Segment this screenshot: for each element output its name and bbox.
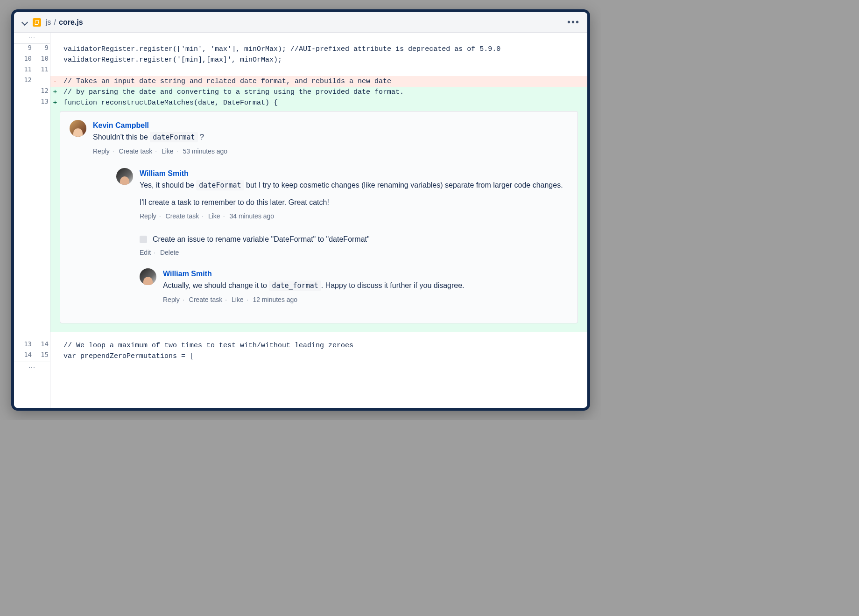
- diff-body: ··· 9910101111121213 13141415 ··· valida…: [14, 33, 587, 408]
- inline-comment-region: Kevin Campbell Shouldn't this be dateFor…: [50, 108, 587, 332]
- reply-link[interactable]: Reply: [140, 212, 156, 220]
- code-line[interactable]: var prependZeroPermutations = [: [50, 351, 587, 362]
- task-delete-link[interactable]: Delete: [160, 249, 179, 256]
- chevron-down-icon[interactable]: [21, 19, 28, 26]
- gutter-row[interactable]: 1010: [14, 55, 50, 65]
- avatar[interactable]: [140, 268, 156, 285]
- comment-text: Shouldn't this be dateFormat ?: [93, 132, 568, 143]
- task-edit-link[interactable]: Edit: [140, 249, 151, 256]
- gutter-row[interactable]: 12: [14, 87, 50, 98]
- expand-context-bottom[interactable]: ···: [14, 362, 50, 373]
- comment: William Smith Yes, it should be dateForm…: [116, 168, 568, 305]
- breadcrumb-folder[interactable]: js: [46, 18, 51, 27]
- code-line[interactable]: validatorRegister.register('[min],[max]'…: [50, 55, 587, 65]
- task-actions: Edit· Delete: [140, 247, 568, 258]
- breadcrumb-sep: /: [54, 18, 56, 27]
- code-area: validatorRegister.register(['min', 'max'…: [50, 33, 587, 408]
- line-number-gutter: ··· 9910101111121213 13141415 ···: [14, 33, 50, 408]
- create-task-link[interactable]: Create task: [189, 296, 223, 303]
- like-link[interactable]: Like: [232, 296, 244, 303]
- comment-actions: Reply· Create task· Like· 12 minutes ago: [163, 294, 568, 305]
- gutter-row[interactable]: 12: [14, 76, 50, 87]
- code-line[interactable]: [50, 65, 587, 76]
- gutter-row[interactable]: 1314: [14, 340, 50, 351]
- like-link[interactable]: Like: [162, 147, 174, 155]
- task-item: Create an issue to rename variable "Date…: [140, 234, 568, 245]
- inline-code: dateFormat: [150, 132, 197, 142]
- avatar[interactable]: [116, 168, 133, 185]
- gutter-row[interactable]: 99: [14, 44, 50, 55]
- gutter-row[interactable]: 13: [14, 98, 50, 108]
- expand-context-top[interactable]: ···: [14, 33, 50, 44]
- comment-actions: Reply· Create task· Like· 53 minutes ago: [93, 146, 568, 157]
- file-header: js / core.js •••: [14, 12, 587, 33]
- create-task-link[interactable]: Create task: [119, 147, 153, 155]
- comment-actions: Reply· Create task· Like· 34 minutes ago: [140, 211, 568, 222]
- comment-author[interactable]: William Smith: [140, 168, 568, 179]
- comment-text: Yes, it should be dateFormat but I try t…: [140, 180, 568, 209]
- comment-thread: Kevin Campbell Shouldn't this be dateFor…: [60, 111, 578, 323]
- reply-link[interactable]: Reply: [93, 147, 110, 155]
- inline-code: dateFormat: [196, 180, 244, 190]
- avatar[interactable]: [70, 120, 86, 137]
- like-link[interactable]: Like: [208, 212, 220, 220]
- gutter-row[interactable]: 1415: [14, 351, 50, 362]
- breadcrumb: js / core.js: [46, 18, 83, 27]
- breadcrumb-file[interactable]: core.js: [59, 18, 83, 27]
- more-actions-icon[interactable]: •••: [567, 17, 580, 28]
- inline-code: date_format: [269, 280, 321, 291]
- app-window: js / core.js ••• ··· 9910101111121213 13…: [11, 9, 590, 411]
- code-line[interactable]: validatorRegister.register(['min', 'max'…: [50, 44, 587, 55]
- comment-author[interactable]: William Smith: [163, 268, 568, 279]
- comment-time: 53 minutes ago: [183, 147, 227, 155]
- gutter-row[interactable]: 1111: [14, 65, 50, 76]
- code-line[interactable]: +function reconstructDateMatches(date, D…: [50, 98, 587, 108]
- comment-time: 34 minutes ago: [229, 212, 274, 220]
- comment: Kevin Campbell Shouldn't this be dateFor…: [70, 120, 568, 312]
- comment-time: 12 minutes ago: [253, 296, 297, 303]
- code-line[interactable]: -// Takes an input date string and relat…: [50, 76, 587, 87]
- comment-text: Actually, we should change it to date_fo…: [163, 280, 568, 292]
- create-task-link[interactable]: Create task: [166, 212, 199, 220]
- task-text: Create an issue to rename variable "Date…: [153, 234, 370, 245]
- comment: William Smith Actually, we should change…: [140, 268, 568, 305]
- diff-panel: js / core.js ••• ··· 9910101111121213 13…: [14, 12, 587, 408]
- reply-link[interactable]: Reply: [163, 296, 180, 303]
- code-line[interactable]: +// by parsing the date and converting t…: [50, 87, 587, 98]
- comment-author[interactable]: Kevin Campbell: [93, 120, 568, 131]
- task-checkbox[interactable]: [140, 236, 147, 243]
- code-line[interactable]: // We loop a maximum of two times to tes…: [50, 340, 587, 351]
- modified-file-icon: [33, 18, 41, 27]
